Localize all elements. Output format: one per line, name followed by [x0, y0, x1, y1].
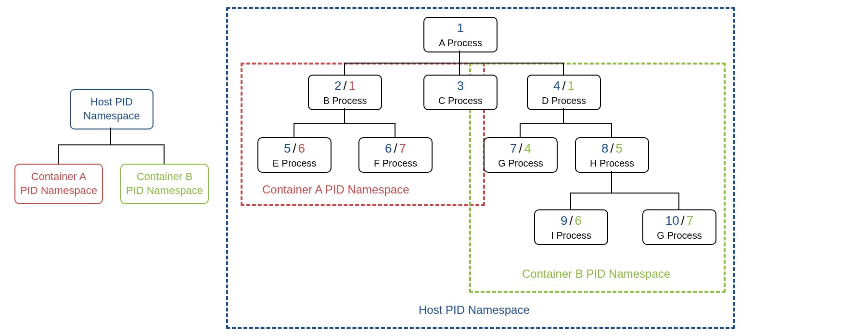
proc-name: F Process: [374, 157, 417, 169]
pid-alt: 5: [616, 141, 623, 157]
pid-alt: 1: [568, 78, 574, 94]
slash: /: [562, 78, 565, 94]
legend-b-line2: PID Namespace: [126, 184, 203, 198]
connector: [110, 128, 111, 144]
connector: [520, 123, 611, 124]
connector: [563, 108, 564, 123]
connector: [344, 63, 345, 75]
process-d: 4 / 1 D Process: [527, 75, 601, 110]
proc-name: G Process: [498, 157, 543, 169]
slash: /: [681, 213, 685, 229]
connector: [58, 144, 164, 145]
connector: [459, 51, 460, 63]
legend-container-b: Container B PID Namespace: [120, 164, 209, 204]
legend-host: Host PID Namespace: [70, 89, 153, 129]
process-g: 7 / 4 G Process: [484, 137, 558, 173]
slash: /: [343, 78, 346, 94]
slash: /: [293, 141, 296, 157]
pid-host: 4: [553, 78, 560, 94]
container-a-label: Container A PID Namespace: [262, 183, 409, 196]
slash: /: [394, 141, 397, 157]
pid-host: 10: [665, 213, 679, 229]
connector: [520, 123, 521, 137]
connector: [678, 193, 679, 209]
connector: [294, 123, 294, 137]
proc-name: A Process: [439, 37, 482, 49]
slash: /: [610, 141, 613, 157]
connector: [563, 63, 564, 75]
process-e: 5 / 6 E Process: [257, 137, 332, 173]
proc-name: D Process: [542, 94, 586, 107]
pid-host: 8: [601, 141, 608, 157]
process-a: 1 A Process: [423, 17, 498, 52]
pid-alt: 7: [399, 141, 406, 157]
process-g2: 10 / 7 G Process: [642, 209, 716, 245]
slash: /: [519, 141, 522, 157]
connector: [344, 108, 345, 123]
legend-host-line2: Namespace: [83, 109, 140, 123]
process-i: 9 / 6 I Process: [534, 209, 608, 245]
connector: [570, 193, 571, 209]
slash: /: [569, 213, 573, 229]
legend-a-line1: Container A: [31, 170, 87, 184]
connector: [58, 144, 59, 164]
pid-alt: 6: [575, 213, 582, 229]
pid-alt: 1: [349, 78, 356, 94]
connector: [164, 144, 165, 164]
proc-name: B Process: [323, 94, 367, 107]
pid-alt: 4: [524, 141, 531, 157]
pid-host: 6: [385, 141, 392, 157]
connector: [611, 123, 612, 137]
connector: [344, 63, 563, 64]
connector: [611, 171, 612, 193]
pid-host: 5: [284, 141, 291, 157]
legend-b-line1: Container B: [137, 170, 192, 184]
host-label: Host PID Namespace: [419, 303, 530, 317]
process-f: 6 / 7 F Process: [358, 137, 433, 173]
pid-host: 1: [457, 20, 464, 37]
connector: [395, 123, 396, 137]
process-c: 3 C Process: [423, 75, 498, 110]
container-b-label: Container B PID Namespace: [522, 267, 670, 281]
connector: [570, 193, 678, 194]
pid-host: 2: [334, 78, 341, 94]
connector: [459, 63, 460, 75]
legend-a-line2: PID Namespace: [20, 184, 97, 198]
process-b: 2 / 1 B Process: [308, 75, 382, 110]
pid-alt: 6: [298, 141, 305, 157]
connector: [294, 123, 395, 124]
pid-host: 3: [457, 78, 464, 94]
legend-container-a: Container A PID Namespace: [14, 164, 103, 204]
proc-name: I Process: [551, 229, 591, 242]
pid-host: 9: [561, 213, 567, 229]
process-h: 8 / 5 H Process: [575, 137, 649, 173]
proc-name: G Process: [657, 229, 702, 242]
proc-name: H Process: [590, 157, 634, 169]
proc-name: C Process: [438, 94, 483, 107]
legend-host-line1: Host PID: [90, 95, 133, 109]
proc-name: E Process: [272, 157, 316, 169]
pid-alt: 7: [687, 213, 693, 229]
pid-host: 7: [510, 141, 517, 157]
